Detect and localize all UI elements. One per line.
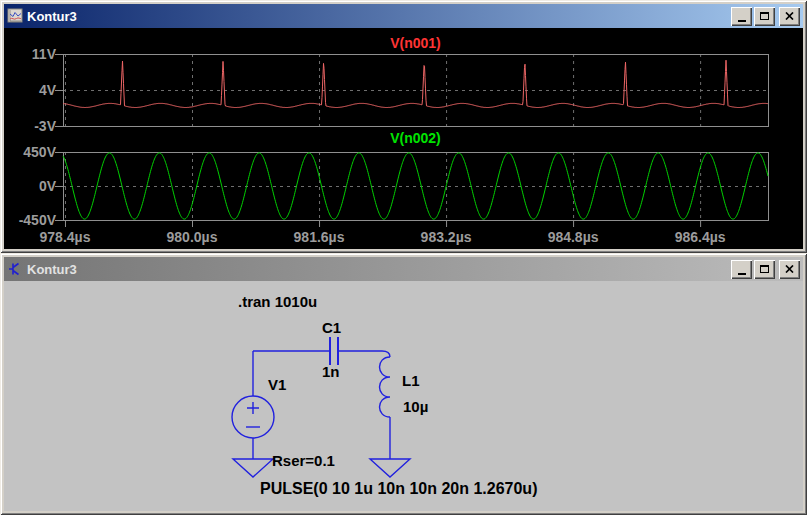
ground-symbol-right[interactable]: [370, 459, 410, 477]
close-button[interactable]: [779, 7, 800, 26]
waveform-titlebar[interactable]: Kontur3: [4, 4, 803, 28]
schematic-icon: [7, 261, 23, 277]
capacitor-name-label[interactable]: C1: [322, 319, 341, 336]
maximize-icon: [760, 12, 769, 20]
waveform-plot-area[interactable]: V(n001) V(n002) 11V4V-3V450V0V-450V978.4…: [4, 28, 803, 249]
y-axis-label: 0V: [12, 178, 56, 194]
close-button[interactable]: [779, 260, 800, 279]
x-axis-label: 983.2µs: [401, 229, 491, 245]
x-axis-label: 984.8µs: [528, 229, 618, 245]
minimize-button[interactable]: [731, 7, 752, 26]
y-axis-label: -450V: [12, 212, 56, 228]
schematic-titlebar[interactable]: Kontur3: [4, 257, 803, 281]
trace-label-vn001[interactable]: V(n001): [63, 35, 768, 51]
maximize-button[interactable]: [754, 7, 775, 26]
schematic-canvas[interactable]: .tran 1010u C1 1n V1 L1 10µ Rser=0.1 PUL…: [4, 281, 803, 511]
maximize-icon: [760, 265, 769, 273]
capacitor-value-label[interactable]: 1n: [322, 363, 340, 380]
waveform-plot-icon: [7, 8, 23, 24]
x-axis-label: 981.6µs: [274, 229, 364, 245]
minimize-icon: [738, 20, 746, 22]
trace-label-vn002[interactable]: V(n002): [63, 130, 768, 146]
schematic-window: Kontur3: [0, 253, 807, 515]
x-axis-label: 978.4µs: [20, 229, 110, 245]
x-axis-label: 986.4µs: [655, 229, 745, 245]
plus-icon: [247, 402, 259, 414]
window-title: Kontur3: [27, 9, 727, 24]
desktop: Kontur3 V(n001) V(n002) 11V4V-3V450V0V-4…: [0, 0, 807, 515]
y-axis-label: 450V: [12, 144, 56, 160]
minimize-icon: [738, 273, 746, 275]
wire-top-right[interactable]: [338, 351, 390, 357]
y-axis-label: 4V: [12, 82, 56, 98]
waveform-window: Kontur3 V(n001) V(n002) 11V4V-3V450V0V-4…: [0, 0, 807, 253]
inductor-name-label[interactable]: L1: [402, 372, 420, 389]
capacitor-symbol[interactable]: [330, 337, 338, 365]
y-axis-label: 11V: [12, 46, 56, 62]
inductor-value-label[interactable]: 10µ: [403, 398, 428, 415]
minimize-button[interactable]: [731, 260, 752, 279]
inductor-symbol[interactable]: [380, 357, 391, 417]
x-axis-label: 980.0µs: [147, 229, 237, 245]
close-icon: [785, 265, 794, 273]
spice-directive[interactable]: .tran 1010u: [238, 293, 317, 310]
source-name-label[interactable]: V1: [268, 376, 286, 393]
trace-vn001[interactable]: [63, 60, 768, 107]
window-title: Kontur3: [27, 262, 727, 277]
source-pulse-label[interactable]: PULSE(0 10 1u 10n 10n 20n 1.2670u): [260, 480, 537, 498]
ground-symbol-left[interactable]: [233, 459, 273, 477]
maximize-button[interactable]: [754, 260, 775, 279]
close-icon: [785, 12, 794, 20]
y-axis-label: -3V: [12, 118, 56, 134]
source-rser-label[interactable]: Rser=0.1: [272, 452, 335, 469]
